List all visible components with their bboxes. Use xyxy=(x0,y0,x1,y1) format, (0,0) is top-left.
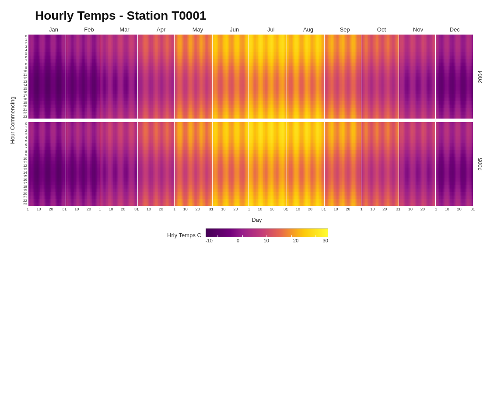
hour-cell xyxy=(397,35,399,38)
hour-cell xyxy=(173,126,174,129)
hour-cell xyxy=(397,147,399,150)
day-tick-10: 10 xyxy=(370,207,374,211)
hour-cell xyxy=(173,105,174,108)
day-tick-1: 1 xyxy=(27,207,29,211)
hour-cell xyxy=(323,98,324,101)
hour-cell xyxy=(211,154,212,157)
day-axis-Nov: 11020 xyxy=(399,207,435,215)
hour-cell xyxy=(285,203,287,206)
hour-cell xyxy=(397,140,399,143)
hour-cell xyxy=(247,175,248,178)
hour-cell xyxy=(323,115,324,119)
hour-cell xyxy=(472,192,473,196)
hour-cell xyxy=(247,63,248,66)
hour-cell xyxy=(136,164,138,168)
hour-cell xyxy=(64,35,66,38)
hour-cell xyxy=(64,80,66,84)
hour-cell xyxy=(173,56,174,59)
hour-cell xyxy=(211,189,212,192)
hour-cell xyxy=(434,35,435,38)
hour-cell xyxy=(323,70,324,73)
day-column xyxy=(472,35,473,119)
hour-cell xyxy=(64,77,66,80)
hour-cell xyxy=(323,178,324,182)
hour-cell xyxy=(360,84,361,87)
hour-cell xyxy=(472,199,473,203)
hour-cell xyxy=(360,42,361,45)
hour-cell xyxy=(285,98,287,101)
hour-cell xyxy=(323,84,324,87)
hour-cell xyxy=(397,45,399,49)
hour-cell xyxy=(434,42,435,45)
hour-cell xyxy=(397,196,399,199)
day-tick-10: 10 xyxy=(258,207,262,211)
hour-cell xyxy=(397,185,399,189)
hour-cell xyxy=(98,150,100,154)
hour-cell xyxy=(323,199,324,203)
hour-cell xyxy=(434,147,435,150)
hour-cell xyxy=(472,136,473,140)
hour-cell xyxy=(136,140,138,143)
hour-cell xyxy=(173,35,174,38)
hour-cell xyxy=(323,59,324,63)
hour-cell xyxy=(64,157,66,161)
hour-cell xyxy=(173,108,174,112)
hour-cell xyxy=(98,70,100,73)
day-axis-Jul: 1102031 xyxy=(248,207,287,215)
hour-cell xyxy=(211,175,212,178)
hour-cell xyxy=(397,112,399,115)
hour-cell xyxy=(136,87,138,91)
hour-cell xyxy=(211,52,212,56)
hour-cell xyxy=(98,101,100,105)
hour-cell xyxy=(64,171,66,175)
hour-cell xyxy=(285,52,287,56)
hour-cell xyxy=(211,101,212,105)
hour-cell xyxy=(173,112,174,115)
hour-cell xyxy=(98,143,100,147)
hour-cell xyxy=(211,157,212,161)
day-axis-Oct: 1102031 xyxy=(361,207,399,215)
month-label-oct: Oct xyxy=(363,26,400,33)
hour-cell xyxy=(211,182,212,185)
hour-cell xyxy=(136,178,138,182)
hour-cell xyxy=(397,56,399,59)
day-axis-May: 1102031 xyxy=(174,207,212,215)
year-label-2004: 2004 xyxy=(473,35,486,119)
day-tick-1: 1 xyxy=(99,207,101,211)
hour-cell xyxy=(136,101,138,105)
hour-cell xyxy=(397,143,399,147)
hour-cell xyxy=(360,45,361,49)
hour-cell xyxy=(64,49,66,52)
hour-cell xyxy=(323,126,324,129)
hour-cell xyxy=(434,49,435,52)
hour-cell xyxy=(98,52,100,56)
hour-cell xyxy=(247,157,248,161)
hour-cell xyxy=(397,199,399,203)
hour-cell xyxy=(211,38,212,42)
day-tick-10: 10 xyxy=(74,207,79,211)
hour-cell xyxy=(323,112,324,115)
hour-cell xyxy=(247,70,248,73)
hour-cell xyxy=(472,98,473,101)
hour-cell xyxy=(285,192,287,196)
hour-cell xyxy=(434,192,435,196)
hour-cell xyxy=(323,80,324,84)
hour-cell xyxy=(434,80,435,84)
hour-cell xyxy=(173,168,174,171)
hour-cell xyxy=(136,199,138,203)
hour-cell xyxy=(472,157,473,161)
hour-cell xyxy=(98,126,100,129)
hour-cell xyxy=(285,122,287,126)
hour-cell xyxy=(360,66,361,70)
hour-cell xyxy=(136,66,138,70)
hour-cell xyxy=(173,115,174,119)
hour-cell xyxy=(323,42,324,45)
hour-cell xyxy=(211,164,212,168)
hour-cell xyxy=(247,59,248,63)
hour-cell xyxy=(98,168,100,171)
hour-cell xyxy=(360,87,361,91)
hour-cell xyxy=(472,70,473,73)
day-tick-20: 20 xyxy=(233,207,238,211)
day-axis-Dec: 1102031 xyxy=(435,207,473,215)
day-tick-1: 1 xyxy=(286,207,288,211)
